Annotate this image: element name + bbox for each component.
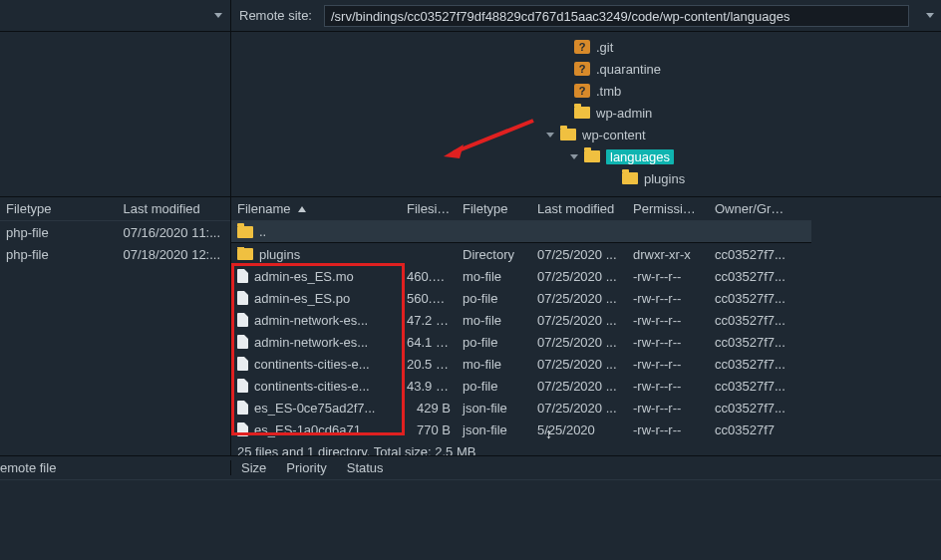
cell-size: 560.9 KB <box>401 291 457 306</box>
tree-item-label: plugins <box>644 171 685 186</box>
local-file-list[interactable]: Filetype Last modified php-file07/16/202… <box>0 197 231 455</box>
list-pane-row: Filetype Last modified php-file07/16/202… <box>0 197 941 456</box>
remote-site-label: Remote site: <box>231 0 320 31</box>
tree-item[interactable]: ?.tmb <box>231 80 941 102</box>
list-item[interactable]: continents-cities-e...20.5 KBmo-file07/2… <box>231 353 811 375</box>
cell-permissions: -rw-r--r-- <box>627 335 709 350</box>
up-label: .. <box>259 224 266 239</box>
chevron-down-icon <box>926 13 934 18</box>
col-filetype[interactable]: Filetype <box>0 201 117 216</box>
queue-header[interactable]: emote file Size Priority Status <box>0 456 941 480</box>
list-item[interactable]: admin-network-es...47.2 KBmo-file07/25/2… <box>231 309 811 331</box>
sort-asc-icon <box>298 206 306 212</box>
tree-item[interactable]: ?.quarantine <box>231 58 941 80</box>
list-item[interactable]: admin-es_ES.mo460.9 KBmo-file07/25/2020 … <box>231 265 811 287</box>
cell-name: continents-cities-e... <box>231 379 401 394</box>
cell-modified: 07/25/2020 ... <box>531 313 627 328</box>
cell-modified: 5/25/2020 <box>531 422 627 437</box>
cell-name: admin-network-es... <box>231 313 401 328</box>
folder-icon <box>237 248 253 260</box>
cell-filetype: php-file <box>0 247 117 262</box>
col-filename[interactable]: Filename <box>231 201 401 216</box>
cell-owner: cc03527f7... <box>709 291 793 306</box>
local-tree[interactable] <box>0 32 231 196</box>
cell-permissions: -rw-r--r-- <box>627 313 709 328</box>
col-size[interactable]: Size <box>231 460 276 475</box>
file-icon <box>237 401 248 415</box>
cell-size: 64.1 KB <box>401 335 457 350</box>
cell-modified: 07/16/2020 11:... <box>117 225 230 240</box>
list-item[interactable]: es_ES-0ce75ad2f7...429 Bjson-file07/25/2… <box>231 397 811 419</box>
cell-type: mo-file <box>457 313 531 328</box>
tree-item[interactable]: plugins <box>231 167 941 189</box>
col-filetype[interactable]: Filetype <box>457 201 531 216</box>
remote-tree[interactable]: ?.git?.quarantine?.tmbwp-adminwp-content… <box>231 32 941 196</box>
chevron-down-icon <box>214 13 222 18</box>
cell-modified: 07/25/2020 ... <box>531 379 627 394</box>
tree-item-label: wp-content <box>582 128 646 142</box>
list-item[interactable]: admin-network-es...64.1 KBpo-file07/25/2… <box>231 331 811 353</box>
file-icon <box>237 422 248 436</box>
cell-name: admin-network-es... <box>231 335 401 350</box>
cell-modified: 07/25/2020 ... <box>531 401 627 416</box>
cell-modified: 07/25/2020 ... <box>531 335 627 350</box>
col-last-modified[interactable]: Last modified <box>531 201 627 216</box>
col-permissions[interactable]: Permissions <box>627 201 709 216</box>
remote-path-input[interactable]: /srv/bindings/cc03527f79df48829cd767d15a… <box>324 5 909 27</box>
cell-permissions: -rw-r--r-- <box>627 291 709 306</box>
cell-modified: 07/25/2020 ... <box>531 269 627 284</box>
cell-name: continents-cities-e... <box>231 357 401 372</box>
cell-permissions: drwxr-xr-x <box>627 247 709 262</box>
cell-name: admin-es_ES.mo <box>231 269 401 284</box>
col-filesize[interactable]: Filesize <box>401 201 457 216</box>
list-item[interactable]: admin-es_ES.po560.9 KBpo-file07/25/2020 … <box>231 287 811 309</box>
local-list-header[interactable]: Filetype Last modified <box>0 197 230 221</box>
list-item[interactable]: continents-cities-e...43.9 KBpo-file07/2… <box>231 375 811 397</box>
col-status[interactable]: Status <box>337 460 394 475</box>
cell-type: json-file <box>457 422 531 437</box>
list-item[interactable]: php-file07/16/2020 11:... <box>0 221 230 243</box>
cell-owner: cc03527f7... <box>709 313 793 328</box>
cell-name: plugins <box>231 247 401 262</box>
list-item[interactable]: es_ES-1a0cd6a71770 Bjson-file5/25/2020-r… <box>231 419 811 440</box>
unknown-folder-icon: ? <box>574 62 590 76</box>
remote-list-header[interactable]: Filename Filesize Filetype Last modified… <box>231 197 811 221</box>
list-item[interactable]: pluginsDirectory07/25/2020 ...drwxr-xr-x… <box>231 243 811 265</box>
cell-type: po-file <box>457 379 531 394</box>
local-site-dropdown[interactable] <box>0 0 231 31</box>
cell-permissions: -rw-r--r-- <box>627 357 709 372</box>
tree-item[interactable]: ?.git <box>231 36 941 58</box>
expand-arrow-icon[interactable] <box>570 154 578 159</box>
cell-type: json-file <box>457 401 531 416</box>
remote-path-dropdown[interactable] <box>913 0 941 31</box>
cell-type: mo-file <box>457 269 531 284</box>
cell-modified: 07/25/2020 ... <box>531 357 627 372</box>
cell-owner: cc03527f7... <box>709 379 793 394</box>
cell-size: 20.5 KB <box>401 357 457 372</box>
tree-item[interactable]: wp-content <box>231 124 941 145</box>
path-bar: Remote site: /srv/bindings/cc03527f79df4… <box>0 0 941 32</box>
tree-item[interactable]: wp-admin <box>231 102 941 124</box>
cell-name: es_ES-1a0cd6a71 <box>231 422 401 437</box>
up-directory-row[interactable]: .. <box>231 221 811 243</box>
file-icon <box>237 357 248 371</box>
expand-arrow-icon[interactable] <box>546 133 554 138</box>
cell-owner: cc03527f7... <box>709 401 793 416</box>
cell-owner: cc03527f7... <box>709 357 793 372</box>
remote-file-list[interactable]: Filename Filesize Filetype Last modified… <box>231 197 941 455</box>
cell-size: 770 B <box>401 422 457 437</box>
folder-icon <box>584 150 600 162</box>
col-last-modified[interactable]: Last modified <box>117 201 230 216</box>
cell-owner: cc03527f7... <box>709 269 793 284</box>
cell-filetype: php-file <box>0 225 117 240</box>
tree-item[interactable]: languages <box>231 145 941 167</box>
cell-type: mo-file <box>457 357 531 372</box>
col-remote-file[interactable]: emote file <box>0 460 231 475</box>
cell-name: admin-es_ES.po <box>231 291 401 306</box>
tree-item-label: wp-admin <box>596 106 652 121</box>
list-item[interactable]: php-file07/18/2020 12:... <box>0 243 230 265</box>
tree-pane-row: ?.git?.quarantine?.tmbwp-adminwp-content… <box>0 32 941 197</box>
col-priority[interactable]: Priority <box>276 460 336 475</box>
tree-item-label: .git <box>596 40 613 55</box>
col-owner-group[interactable]: Owner/Group <box>709 201 793 216</box>
